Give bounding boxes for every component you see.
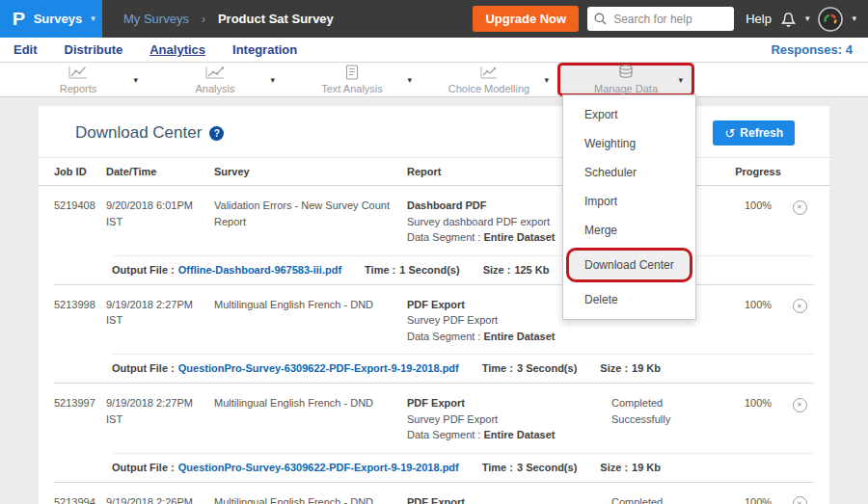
toolbar-choice-modelling-label: Choice Modelling [448,84,529,94]
chevron-down-icon[interactable]: ▾ [133,75,138,85]
output-file-link[interactable]: QuestionPro-Survey-6309622-PDF-Export-9-… [178,462,459,473]
output-file-label: Output File : [112,462,175,473]
toolbar-reports[interactable]: Reports ▾ [10,63,147,96]
topbar: P Surveys ▾ My Surveys › Product Sat Sur… [0,0,868,38]
tab-edit[interactable]: Edit [14,42,38,57]
report-title: PDF Export [407,395,600,411]
job-survey: Multilingual English French - DND [214,297,407,345]
toolbar-text-analysis[interactable]: Text Analysis ▾ [284,63,420,96]
menu-item-import[interactable]: Import [563,187,695,216]
chevron-down-icon[interactable]: ▾ [270,75,275,85]
size-label: Size : [600,362,628,374]
help-search-box[interactable] [587,7,734,31]
menu-item-weighting[interactable]: Weighting [563,129,695,158]
toolbar-reports-label: Reports [60,84,97,94]
chevron-down-icon[interactable]: ▾ [852,14,856,23]
menu-item-delete[interactable]: Delete [563,285,695,314]
upgrade-now-button[interactable]: Upgrade Now [473,6,579,32]
chevron-down-icon[interactable]: ▾ [805,14,810,23]
card-header: Download Center ? ↺ Refresh [39,106,829,157]
size-value: 125 Kb [514,264,549,276]
toolbar-analysis-label: Analysis [196,84,235,94]
questionpro-logo: P [13,9,25,30]
size-label: Size : [600,462,628,473]
table-row: 5213997 9/19/2018 2:27PM IST Multilingua… [54,384,814,483]
responses-count[interactable]: Responses: 4 [771,42,868,57]
breadcrumb-my-surveys[interactable]: My Surveys [123,12,189,26]
tab-distribute[interactable]: Distribute [65,42,123,57]
segment-value: Entire Dataset [484,429,556,440]
topbar-right: Upgrade Now Help ▾ ▾ [473,6,868,32]
job-survey: Validation Errors - New Survey Count Rep… [214,198,407,246]
search-input[interactable] [611,12,727,27]
text-document-icon [344,65,360,83]
time-label: Time : [365,264,395,276]
tab-analytics[interactable]: Analytics [149,42,205,57]
size-value: 19 Kb [632,462,661,473]
output-file-row: Output File : QuestionPro-Survey-6309622… [112,354,814,383]
chevron-down-icon[interactable]: ▾ [407,75,412,85]
segment-label: Data Segment : [407,231,480,243]
output-file-row: Output File : QuestionPro-Survey-6309622… [112,453,814,482]
tab-integration[interactable]: Integration [232,42,297,57]
job-survey: Multilingual English French - DND [214,494,407,504]
toolbar-manage-data[interactable]: Manage Data ▾ [557,63,694,96]
time-value: 3 Second(s) [517,462,577,473]
time-value: 1 Second(s) [399,264,459,276]
time-label: Time : [482,362,513,374]
search-icon [594,13,607,25]
survey-subnav: Edit Distribute Analytics Integration Re… [0,38,868,63]
cancel-job-icon[interactable]: ✕ [793,200,807,215]
time-label: Time : [482,462,513,473]
job-report: PDF Export Survey PDF Export Data Segmen… [407,395,611,443]
menu-item-export[interactable]: Export [563,100,695,129]
job-status: Completed Successfully [611,395,731,443]
refresh-icon: ↺ [724,127,735,140]
chevron-down-icon[interactable]: ▾ [678,75,683,85]
job-report: PDF Export Survey PDF Export Data Segmen… [407,494,611,504]
cancel-job-icon[interactable]: ✕ [793,299,807,313]
page-title: Download Center [75,123,202,143]
time-value: 3 Second(s) [517,362,577,374]
avatar[interactable] [818,7,843,32]
trend-chart-icon [204,66,226,83]
help-icon[interactable]: ? [209,126,224,141]
col-header-datetime: Date/Time [106,166,214,177]
output-file-label: Output File : [112,362,175,374]
breadcrumb: My Surveys › Product Sat Survey [123,12,334,26]
toolbar-text-analysis-label: Text Analysis [321,84,383,94]
job-survey: Multilingual English French - DND [214,395,407,443]
col-header-progress: Progress [731,166,785,177]
output-file-link[interactable]: QuestionPro-Survey-6309622-PDF-Export-9-… [178,362,459,374]
chevron-down-icon[interactable]: ▾ [544,75,549,85]
job-progress: 100% [731,395,785,443]
product-menu[interactable]: P Surveys ▾ [0,0,102,38]
breadcrumb-separator-icon: › [202,13,205,26]
toolbar-choice-modelling[interactable]: Choice Modelling ▾ [420,63,557,96]
cancel-job-icon[interactable]: ✕ [793,496,807,504]
output-file-label: Output File : [112,264,175,276]
segment-label: Data Segment : [407,331,480,342]
menu-item-scheduler[interactable]: Scheduler [563,158,695,187]
col-header-actions [785,166,814,177]
refresh-label: Refresh [740,126,783,140]
job-status: Completed Successfully [611,494,731,504]
manage-data-dropdown: Export Weighting Scheduler Import Merge … [562,94,696,320]
cancel-job-icon[interactable]: ✕ [793,398,807,412]
database-icon [617,65,635,83]
menu-item-merge[interactable]: Merge [563,216,695,245]
job-progress: 100% [731,494,785,504]
download-center-panel: Download Center ? ↺ Refresh Job ID Date/… [39,106,829,504]
toolbar-analysis[interactable]: Analysis ▾ [147,63,284,96]
job-progress: 100% [731,297,785,345]
job-id: 5213994 [54,494,106,504]
refresh-button[interactable]: ↺ Refresh [713,120,795,146]
help-link[interactable]: Help [746,12,772,26]
table-header-row: Job ID Date/Time Survey Report Progress [39,157,829,186]
notifications-bell-icon[interactable] [780,11,797,28]
output-file-row: Output File : Offline-Dashboard-967583-i… [112,255,814,284]
output-file-link[interactable]: Offline-Dashboard-967583-iii.pdf [178,264,341,276]
segment-value: Entire Dataset [484,331,556,342]
product-menu-label: Surveys [34,12,83,26]
menu-item-download-center[interactable]: Download Center [566,248,692,282]
